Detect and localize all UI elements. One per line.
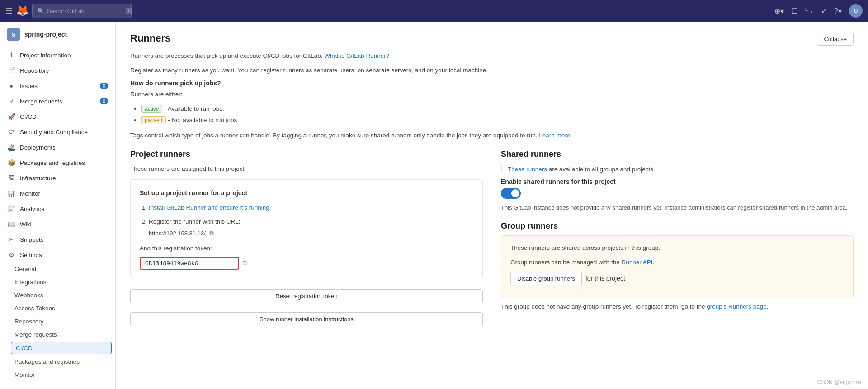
sidebar-sub-webhooks[interactable]: Webhooks — [0, 289, 115, 302]
sidebar-sub-integrations[interactable]: Integrations — [0, 276, 115, 289]
group-runners-box: These runners are shared across projects… — [501, 235, 854, 298]
issues-icon[interactable]: ☐ — [791, 7, 797, 15]
project-runners-note: These runners are assigned to this proje… — [130, 165, 483, 172]
sidebar-sub-general[interactable]: General — [0, 262, 115, 276]
sidebar-item-wiki[interactable]: 📖 Wiki — [0, 216, 115, 232]
shared-runners-title: Shared runners — [501, 150, 854, 159]
for-this-project-text: for this project — [585, 275, 625, 282]
shared-runners-toggle[interactable]: ✓ — [501, 188, 521, 199]
how-title: How do runners pick up jobs? — [130, 80, 854, 87]
runner-api-link[interactable]: Runner API — [621, 259, 652, 266]
info-icon: ℹ — [7, 52, 15, 59]
these-runners-link[interactable]: These runners — [508, 166, 547, 173]
page-header: Runners Collapse — [130, 33, 854, 46]
sidebar-item-label: Project information — [20, 52, 71, 59]
cicd-icon: 🚀 — [7, 113, 15, 120]
reset-token-button[interactable]: Reset registration token — [130, 289, 483, 303]
project-name: spring-project — [24, 31, 67, 38]
group-runners-page-link[interactable]: group's Runners page. — [707, 303, 768, 310]
sidebar-item-label: Issues — [20, 83, 38, 89]
token-row: ⧉ — [140, 257, 473, 270]
registration-url: https://192.168.31.13/ — [149, 229, 206, 239]
infra-icon: 🏗 — [7, 174, 15, 182]
sidebar-item-repository[interactable]: 📄 Repository — [0, 63, 115, 78]
sidebar-item-issues[interactable]: ● Issues 0 — [0, 78, 115, 94]
issues-icon: ● — [7, 82, 15, 89]
runners-desc: Runners are processes that pick up and e… — [130, 51, 854, 61]
search-input[interactable] — [47, 8, 123, 14]
project-runners-column: Project runners These runners are assign… — [130, 150, 483, 326]
sidebar-sub-merge-requests[interactable]: Merge requests — [0, 328, 115, 341]
sidebar-item-packages[interactable]: 📦 Packages and registries — [0, 155, 115, 170]
collapse-button[interactable]: Collapse — [817, 33, 854, 46]
sidebar-sub-packages[interactable]: Packages and registries — [0, 355, 115, 368]
gitlab-logo[interactable]: 🦊 — [16, 5, 28, 17]
what-is-runner-link[interactable]: What is GitLab Runner? — [324, 52, 389, 59]
sidebar-item-cicd[interactable]: 🚀 CI/CD — [0, 109, 115, 124]
sidebar-item-label: Infrastructure — [20, 175, 56, 182]
sidebar-item-settings[interactable]: ⚙ Settings — [0, 247, 115, 262]
watermark: CSDN @engchina — [817, 379, 862, 385]
deployments-icon: 🚢 — [7, 144, 15, 151]
hamburger-icon[interactable]: ☰ — [5, 6, 13, 16]
sidebar-sub-access-tokens[interactable]: Access Tokens — [0, 302, 115, 315]
todo-icon[interactable]: ✓ — [821, 7, 827, 15]
avatar[interactable]: U — [849, 4, 863, 18]
wiki-icon: 📖 — [7, 220, 15, 228]
sidebar-item-project-information[interactable]: ℹ Project information — [0, 47, 115, 63]
shield-icon: 🛡 — [7, 128, 15, 136]
search-box[interactable]: 🔍 / — [32, 4, 132, 18]
group-box-text2: Group runners can be managed with the Ru… — [510, 258, 844, 267]
registration-token-input[interactable] — [140, 257, 239, 270]
monitor-icon: 📊 — [7, 190, 15, 197]
sidebar-item-analytics[interactable]: 📈 Analytics — [0, 201, 115, 216]
sidebar-sub-monitor[interactable]: Monitor — [0, 368, 115, 381]
plus-icon[interactable]: ⊕▾ — [774, 7, 784, 15]
copy-token-icon[interactable]: ⧉ — [243, 258, 247, 269]
shared-runners-column: Shared runners These runners are availab… — [501, 150, 854, 326]
sidebar-item-merge-requests[interactable]: ⑂ Merge requests 0 — [0, 94, 115, 109]
sidebar-item-label: Merge requests — [20, 98, 62, 105]
setup-box: Set up a project runner for a project In… — [130, 179, 483, 278]
active-badge: active — [141, 105, 162, 113]
step-2: Register the runner with this URL: https… — [149, 217, 473, 239]
sidebar-item-deployments[interactable]: 🚢 Deployments — [0, 140, 115, 155]
toggle-row: ✓ — [501, 188, 854, 199]
project-icon: S — [7, 28, 20, 41]
group-box-text1: These runners are shared across projects… — [510, 243, 844, 253]
sidebar-item-label: Wiki — [20, 221, 32, 228]
help-icon[interactable]: ?▾ — [834, 7, 842, 15]
settings-icon: ⚙ — [7, 251, 15, 258]
packages-icon: 📦 — [7, 159, 15, 166]
sidebar-item-label: Analytics — [20, 206, 44, 212]
sidebar: S spring-project ℹ Project information 📄… — [0, 22, 116, 389]
sidebar-item-monitor[interactable]: 📊 Monitor — [0, 186, 115, 201]
sidebar-item-label: Packages and registries — [20, 159, 85, 166]
runners-list: active - Available to run jobs. paused -… — [130, 104, 854, 125]
analytics-icon: 📈 — [7, 205, 15, 212]
shared-runners-info: These runners are available to all group… — [508, 166, 655, 173]
sidebar-item-snippets[interactable]: ✂ Snippets — [0, 232, 115, 247]
page-title: Runners — [130, 33, 170, 44]
setup-steps: Install GitLab Runner and ensure it's ru… — [140, 203, 473, 239]
paused-badge: paused — [141, 116, 166, 124]
token-section: And this registration token: ⧉ — [140, 244, 473, 270]
snippets-icon: ✂ — [7, 236, 15, 243]
learn-more-link[interactable]: Learn more. — [539, 132, 572, 139]
copy-url-icon[interactable]: ⧉ — [209, 228, 214, 239]
topnav-right-icons: ⊕▾ ☐ ⑂▾ ✓ ?▾ U — [774, 4, 863, 18]
project-runners-title: Project runners — [130, 150, 483, 159]
sidebar-item-security[interactable]: 🛡 Security and Compliance — [0, 124, 115, 140]
runners-columns: Project runners These runners are assign… — [130, 150, 854, 326]
show-instructions-button[interactable]: Show runner installation instructions — [130, 312, 483, 326]
merge-icon[interactable]: ⑂▾ — [805, 7, 814, 15]
shared-runners-desc-row: These runners are available to all group… — [501, 165, 854, 173]
sidebar-sub-cicd[interactable]: CI/CD — [11, 342, 112, 354]
install-runner-link[interactable]: Install GitLab Runner and ensure it's ru… — [149, 204, 271, 211]
sidebar-sub-repository[interactable]: Repository — [0, 315, 115, 328]
active-runner-item: active - Available to run jobs. — [141, 104, 854, 114]
disable-group-runners-button[interactable]: Disable group runners — [510, 272, 582, 285]
sidebar-project[interactable]: S spring-project — [0, 22, 115, 47]
sidebar-item-label: Settings — [20, 252, 42, 258]
sidebar-item-infrastructure[interactable]: 🏗 Infrastructure — [0, 170, 115, 186]
